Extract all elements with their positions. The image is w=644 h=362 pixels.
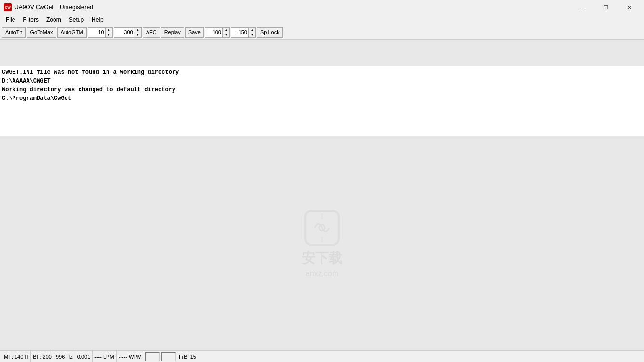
text-output: CWGET.INI file was not found in a workin… (0, 66, 644, 136)
status-bf: BF: 200 (31, 351, 54, 362)
status-hz: 996 Hz (54, 351, 75, 362)
output-line4: C:\ProgramData\CwGet (2, 94, 642, 103)
val2-spinner: ▲ ▼ (134, 27, 142, 38)
val1-input[interactable] (88, 27, 105, 38)
output-line1: CWGET.INI file was not found in a workin… (2, 68, 642, 77)
minimize-button[interactable]: — (572, 0, 594, 14)
val1-spinner: ▲ ▼ (105, 27, 113, 38)
val4-up[interactable]: ▲ (249, 28, 255, 32)
status-wpm: ----- WPM (117, 351, 144, 362)
toolbar: AutoTh GoToMax AutoGTM ▲ ▼ ▲ ▼ AFC Repla… (0, 25, 644, 40)
val1-down[interactable]: ▼ (106, 32, 112, 37)
val3-up[interactable]: ▲ (223, 28, 229, 32)
close-button[interactable]: ✕ (618, 0, 640, 14)
status-box1 (145, 352, 160, 361)
val3-group: ▲ ▼ (205, 27, 230, 38)
menu-bar: File Filters Zoom Setup Help (0, 14, 644, 25)
svg-text:CW: CW (5, 6, 11, 9)
val4-input[interactable] (231, 27, 248, 38)
watermark-icon (303, 209, 341, 247)
status-lpm: ---- LPM (93, 351, 116, 362)
menu-zoom[interactable]: Zoom (42, 15, 65, 24)
save-button[interactable]: Save (185, 27, 204, 38)
app-icon: CW (4, 3, 12, 11)
gotomax-button[interactable]: GoToMax (27, 27, 56, 38)
val3-input[interactable] (205, 27, 222, 38)
val2-group: ▲ ▼ (114, 27, 142, 38)
title-text: UA9OV CwGet Unregistered (14, 4, 93, 11)
status-bar: MF: 140 H BF: 200 996 Hz 0.001 ---- LPM … (0, 350, 644, 362)
val4-group: ▲ ▼ (231, 27, 256, 38)
val4-down[interactable]: ▼ (249, 32, 255, 37)
val3-down[interactable]: ▼ (223, 32, 229, 37)
replay-button[interactable]: Replay (161, 27, 184, 38)
watermark: 安下载 anxz.com (302, 209, 342, 278)
status-box2 (161, 352, 176, 361)
val2-up[interactable]: ▲ (134, 28, 141, 32)
watermark-sub: anxz.com (306, 269, 338, 278)
val4-spinner: ▲ ▼ (248, 27, 256, 38)
splock-button[interactable]: Sp.Lock (257, 27, 283, 38)
val2-down[interactable]: ▼ (134, 32, 141, 37)
afc-button[interactable]: AFC (143, 27, 160, 38)
maximize-button[interactable]: ❐ (595, 0, 617, 14)
title-bar-left: CW UA9OV CwGet Unregistered (4, 3, 93, 11)
output-line3: Working directory was changed to default… (2, 85, 642, 94)
menu-help[interactable]: Help (88, 15, 107, 24)
status-mf: MF: 140 H (2, 351, 31, 362)
autogtm-button[interactable]: AutoGTM (57, 27, 87, 38)
val1-group: ▲ ▼ (88, 27, 113, 38)
window-controls: — ❐ ✕ (572, 0, 640, 14)
menu-filters[interactable]: Filters (19, 15, 42, 24)
waterfall-area: 安下载 anxz.com (0, 136, 644, 350)
status-val: 0.001 (75, 351, 93, 362)
val3-spinner: ▲ ▼ (222, 27, 230, 38)
val2-input[interactable] (114, 27, 134, 38)
output-line2: D:\AAAAA\CWGET (2, 77, 642, 85)
title-bar: CW UA9OV CwGet Unregistered — ❐ ✕ (0, 0, 644, 14)
status-frb: FrB: 15 (177, 351, 198, 362)
watermark-text: 安下载 (302, 249, 342, 267)
spectrum-area (0, 40, 644, 66)
val1-up[interactable]: ▲ (106, 28, 112, 32)
menu-setup[interactable]: Setup (65, 15, 88, 24)
menu-file[interactable]: File (2, 15, 19, 24)
autoth-button[interactable]: AutoTh (2, 27, 26, 38)
